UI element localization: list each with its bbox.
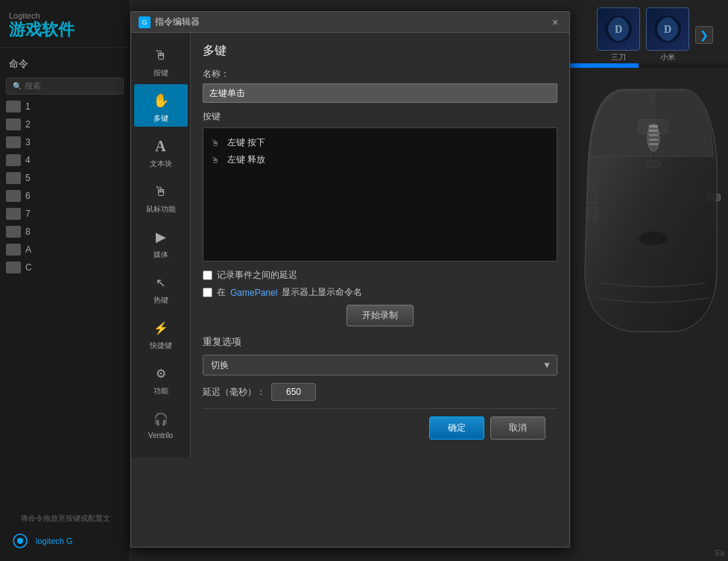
repeat-title: 重复选项 xyxy=(203,335,557,349)
game-icon-1[interactable]: D 三刀 xyxy=(597,7,640,63)
key-text-1: 左键 按下 xyxy=(227,136,265,149)
name-field-row: 名称： xyxy=(203,68,557,103)
list-item[interactable]: 6 xyxy=(0,187,130,205)
gamepanel-checkbox[interactable] xyxy=(203,288,212,297)
key-text-2: 左键 释放 xyxy=(227,153,265,166)
repeat-select-row: 切换 ▼ xyxy=(203,355,557,375)
nav-item-ventrilo[interactable]: 🎧 Ventrilo xyxy=(134,402,188,443)
checkbox2-label-suffix: 显示器上显示命令名 xyxy=(282,286,362,299)
search-placeholder: 搜索 xyxy=(25,80,41,92)
mouse-click-icon-2: 🖱 xyxy=(209,154,221,166)
nav-item-textblock[interactable]: A 文本块 xyxy=(134,130,188,172)
cmd-icon-3 xyxy=(6,136,21,148)
game2-icon-svg: D xyxy=(653,14,683,44)
svg-rect-10 xyxy=(649,139,658,141)
checkbox-row-1: 记录事件之间的延迟 xyxy=(203,269,557,282)
section-title: 多键 xyxy=(203,43,557,59)
game1-label: 三刀 xyxy=(611,52,626,63)
nav-item-hotkey[interactable]: ↖ 热键 xyxy=(134,266,188,308)
nav-item-multikey[interactable]: ✋ 多键 xyxy=(134,84,188,127)
modal-body: 🖱 按键 ✋ 多键 A 文本块 🖱 鼠标功能 ▶ 媒体 ↖ 热键 xyxy=(131,33,569,457)
search-box[interactable]: 🔍 搜索 xyxy=(6,77,124,95)
game2-label: 小米 xyxy=(660,52,675,63)
nav-item-media[interactable]: ▶ 媒体 xyxy=(134,221,188,263)
item-label-5: 5 xyxy=(25,173,31,183)
cmd-icon-7 xyxy=(6,208,21,220)
nav-item-function[interactable]: ⚙ 功能 xyxy=(134,357,188,399)
gamepanel-text: GamePanel xyxy=(230,288,277,298)
cmd-icon-2 xyxy=(6,118,21,130)
app-title: 游戏软件 xyxy=(9,20,121,39)
repeat-select-wrapper: 切换 ▼ xyxy=(203,355,557,375)
cmd-icon-6 xyxy=(6,190,21,202)
svg-text:D: D xyxy=(615,24,622,35)
ok-button[interactable]: 确定 xyxy=(429,416,484,440)
item-label-4: 4 xyxy=(25,155,31,165)
svg-point-1 xyxy=(17,538,23,544)
keys-display-area: 🖱 左键 按下 🖱 左键 释放 xyxy=(203,127,557,262)
sidebar: Logitech 游戏软件 命令 🔍 搜索 1 2 3 4 5 xyxy=(0,0,130,561)
name-input[interactable] xyxy=(203,83,557,103)
svg-point-15 xyxy=(639,231,668,246)
logitech-logo-bottom: logitech G xyxy=(6,527,124,555)
nav-label-hotkey: 热键 xyxy=(153,295,168,305)
checkbox1-label: 记录事件之间的延迟 xyxy=(217,269,297,282)
mouse-nav-icon: 🖱 xyxy=(149,181,173,202)
nav-label-function: 功能 xyxy=(153,386,168,396)
game-nav-next[interactable]: ❯ xyxy=(695,26,713,44)
ventrilo-nav-icon: 🎧 xyxy=(149,408,173,429)
svg-rect-7 xyxy=(649,125,658,127)
delay-input[interactable] xyxy=(271,383,316,401)
item-label-C: C xyxy=(25,262,32,273)
game-icon-2[interactable]: D 小米 xyxy=(646,7,689,63)
svg-point-6 xyxy=(648,124,659,151)
list-item[interactable]: 2 xyxy=(0,115,130,133)
list-item[interactable]: 8 xyxy=(0,223,130,241)
repeat-select[interactable]: 切换 xyxy=(203,355,557,375)
delay-label: 延迟（毫秒）： xyxy=(203,386,265,399)
svg-text:D: D xyxy=(664,24,671,35)
function-nav-icon: ⚙ xyxy=(149,363,173,384)
cmd-icon-A xyxy=(6,244,21,256)
nav-label-mouse: 鼠标功能 xyxy=(146,204,176,215)
svg-rect-8 xyxy=(649,130,658,132)
record-button[interactable]: 开始录制 xyxy=(346,305,414,326)
repeat-section: 重复选项 切换 ▼ 延迟（毫秒）： xyxy=(203,335,557,401)
nav-label-button: 按键 xyxy=(153,68,168,78)
keys-label: 按键 xyxy=(203,110,557,123)
modal-content: 多键 名称： 按键 🖱 左键 按下 🖱 左键 释放 xyxy=(191,33,569,457)
nav-label-media: 媒体 xyxy=(153,250,168,260)
list-item[interactable]: A xyxy=(0,241,130,259)
nav-label-ventrilo: Ventrilo xyxy=(148,431,173,440)
nav-item-shortcut[interactable]: ⚡ 快捷键 xyxy=(134,311,188,354)
list-item[interactable]: 7 xyxy=(0,205,130,223)
delay-checkbox[interactable] xyxy=(203,270,212,280)
modal-close-button[interactable]: × xyxy=(548,16,562,29)
commands-title: 命令 xyxy=(0,54,130,75)
mouse-svg xyxy=(579,75,728,343)
game-area: D 三刀 D 小米 ❯ xyxy=(597,7,713,63)
modal-titlebar: G 指令编辑器 × xyxy=(131,12,569,33)
cmd-icon-4 xyxy=(6,154,21,166)
nav-label-shortcut: 快捷键 xyxy=(150,340,172,351)
modal-dialog: G 指令编辑器 × 🖱 按键 ✋ 多键 A 文本块 🖱 鼠标功能 ▶ xyxy=(130,11,570,548)
cancel-button[interactable]: 取消 xyxy=(490,416,545,440)
modal-footer: 确定 取消 xyxy=(203,408,557,447)
drop-hint: 将命令拖放至按键或配置文 xyxy=(6,510,124,527)
svg-rect-13 xyxy=(588,190,597,203)
list-item[interactable]: 5 xyxy=(0,169,130,187)
list-item[interactable]: 3 xyxy=(0,133,130,151)
nav-label-multikey: 多键 xyxy=(153,113,168,124)
svg-rect-9 xyxy=(649,134,658,136)
item-label-3: 3 xyxy=(25,137,31,148)
hotkey-nav-icon: ↖ xyxy=(149,272,173,293)
mouse-click-icon-1: 🖱 xyxy=(209,137,221,149)
svg-rect-11 xyxy=(649,143,658,145)
list-item[interactable]: C xyxy=(0,259,130,276)
nav-item-button[interactable]: 🖱 按键 xyxy=(134,39,188,81)
media-nav-icon: ▶ xyxy=(149,226,173,247)
nav-item-mouse[interactable]: 🖱 鼠标功能 xyxy=(134,175,188,218)
modal-nav: 🖱 按键 ✋ 多键 A 文本块 🖱 鼠标功能 ▶ 媒体 ↖ 热键 xyxy=(131,33,191,457)
list-item[interactable]: 4 xyxy=(0,151,130,169)
list-item[interactable]: 1 xyxy=(0,98,130,115)
